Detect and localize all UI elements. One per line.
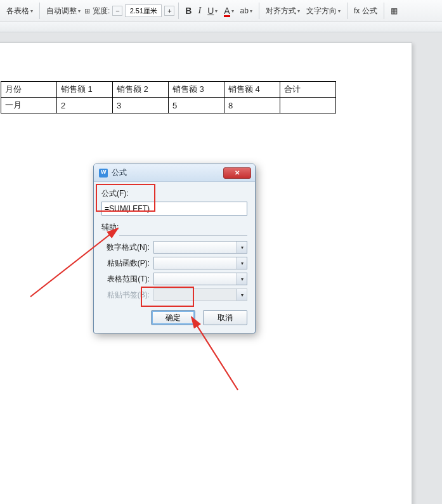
formula-toolbar-button[interactable]: fx 公式	[351, 4, 380, 18]
cell[interactable]: 2	[57, 98, 113, 113]
bold-button[interactable]: B	[183, 4, 194, 17]
ruler	[0, 22, 442, 32]
paste-bm-combo: ▾	[153, 288, 247, 301]
toolbar: 各表格▾ 自动调整▾ ⊞ 宽度: − + B I U▾ A▾ ab▾ 对齐方式▾…	[0, 0, 442, 22]
width-icon: ⊞	[84, 7, 90, 15]
separator	[119, 235, 247, 236]
width-label: 宽度:	[93, 6, 110, 16]
highlight-button[interactable]: ab▾	[238, 5, 255, 16]
width-input[interactable]	[125, 4, 162, 17]
formula-dialog: 公式 ✕ 公式(F): 辅助: 数字格式(N): ▾ 粘贴函数(P): ▾ 表格…	[93, 164, 256, 333]
paste-fn-combo[interactable]: ▾	[153, 257, 247, 269]
header-cell[interactable]: 合计	[280, 82, 336, 98]
table-row: 一月 2 3 5 8	[1, 98, 336, 113]
num-format-label: 数字格式(N):	[101, 242, 153, 253]
range-label: 表格范围(T):	[101, 274, 153, 285]
tool-icon-button[interactable]: ▦	[388, 5, 400, 16]
chevron-down-icon: ▾	[237, 273, 247, 285]
header-cell[interactable]: 销售额 3	[169, 82, 224, 98]
underline-button[interactable]: U▾	[205, 4, 220, 17]
italic-button[interactable]: I	[195, 4, 204, 17]
formula-label: 公式(F):	[101, 188, 247, 199]
num-format-combo[interactable]: ▾	[153, 241, 247, 254]
align-button[interactable]: 对齐方式▾	[263, 4, 302, 18]
header-cell[interactable]: 销售额 1	[57, 82, 113, 98]
paste-fn-label: 粘贴函数(P):	[101, 258, 153, 269]
cell[interactable]	[280, 98, 336, 113]
font-color-button[interactable]: A▾	[221, 4, 236, 17]
width-plus[interactable]: +	[164, 6, 174, 16]
cell[interactable]: 5	[169, 98, 224, 113]
ok-button[interactable]: 确定	[151, 310, 195, 325]
dialog-titlebar[interactable]: 公式 ✕	[94, 164, 255, 182]
width-minus[interactable]: −	[112, 6, 122, 16]
app-icon	[99, 169, 108, 178]
assist-label: 辅助:	[101, 222, 247, 233]
header-cell[interactable]: 销售额 2	[113, 82, 169, 98]
text-direction-button[interactable]: 文字方向▾	[304, 4, 343, 18]
dialog-title: 公式	[112, 167, 223, 178]
cancel-button[interactable]: 取消	[203, 310, 247, 325]
header-cell[interactable]: 销售额 4	[224, 82, 280, 98]
cell[interactable]: 8	[224, 98, 280, 113]
auto-adjust-button[interactable]: 自动调整▾	[44, 4, 83, 18]
formula-input[interactable]	[101, 202, 247, 216]
cell[interactable]: 一月	[1, 98, 57, 113]
range-combo[interactable]: ▾	[153, 273, 247, 285]
close-button[interactable]: ✕	[223, 167, 251, 179]
chevron-down-icon: ▾	[237, 257, 247, 269]
paste-bm-label: 粘贴书签(B):	[101, 290, 153, 300]
table-header-row: 月份 销售额 1 销售额 2 销售额 3 销售额 4 合计	[1, 82, 336, 98]
header-cell[interactable]: 月份	[1, 82, 57, 98]
cell[interactable]: 3	[113, 98, 169, 113]
chevron-down-icon: ▾	[237, 289, 247, 300]
close-icon: ✕	[235, 169, 240, 176]
chevron-down-icon: ▾	[237, 242, 247, 253]
table-button[interactable]: 各表格▾	[4, 4, 36, 18]
sales-table[interactable]: 月份 销售额 1 销售额 2 销售额 3 销售额 4 合计 一月 2 3 5 8	[1, 81, 336, 113]
